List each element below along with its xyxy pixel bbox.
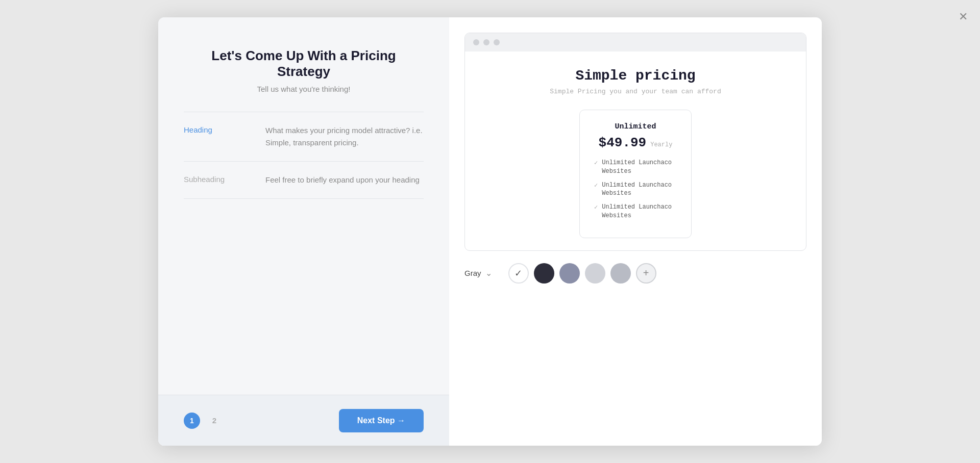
left-footer: 1 2 Next Step → (158, 395, 449, 446)
preview-heading: Simple pricing (575, 68, 695, 84)
left-panel: Let's Come Up With a Pricing Strategy Te… (158, 17, 449, 446)
titlebar-dot-2 (483, 39, 489, 45)
plan-feature-3: ✓ Unlimited Launchaco Websites (594, 203, 677, 220)
pricing-card: Unlimited $49.99 Yearly ✓ Unlimited Laun… (579, 110, 692, 238)
heading-label[interactable]: Heading (184, 124, 265, 134)
color-swatches: ✓ + (508, 263, 656, 284)
swatch-dark[interactable] (534, 263, 554, 284)
feature-check-1: ✓ (594, 159, 598, 168)
plan-price: $49.99 (599, 135, 647, 150)
close-button[interactable]: ✕ (959, 10, 968, 23)
palette-section: Gray ⌄ ✓ + (464, 263, 806, 284)
feature-check-3: ✓ (594, 203, 598, 212)
subheading-description: Feel free to briefly expand upon your he… (265, 174, 420, 186)
selected-color-label: Gray (464, 269, 481, 277)
step-indicators: 1 2 (184, 413, 223, 429)
preview-window: Simple pricing Simple Pricing you and yo… (464, 33, 806, 251)
subheading-label[interactable]: Subheading (184, 174, 265, 184)
plan-feature-2: ✓ Unlimited Launchaco Websites (594, 181, 677, 198)
subheading-field-row: Subheading Feel free to briefly expand u… (184, 161, 424, 199)
left-content: Let's Come Up With a Pricing Strategy Te… (158, 17, 449, 395)
preview-titlebar (465, 33, 806, 52)
swatch-medium[interactable] (559, 263, 580, 284)
color-dropdown[interactable]: Gray ⌄ (464, 268, 492, 278)
next-step-button[interactable]: Next Step → (339, 409, 424, 432)
plan-period: Yearly (650, 141, 672, 148)
plan-price-row: $49.99 Yearly (594, 135, 677, 150)
swatch-checkmark[interactable]: ✓ (508, 263, 529, 284)
modal-overlay: ✕ Let's Come Up With a Pricing Strategy … (0, 0, 980, 463)
titlebar-dot-1 (473, 39, 479, 45)
swatch-light2[interactable] (610, 263, 631, 284)
plan-feature-1: ✓ Unlimited Launchaco Websites (594, 159, 677, 176)
chevron-down-icon: ⌄ (485, 268, 492, 278)
preview-subheading: Simple Pricing you and your team can aff… (550, 88, 721, 95)
preview-body: Simple pricing Simple Pricing you and yo… (465, 52, 806, 250)
heading-description: What makes your pricing model attractive… (265, 124, 424, 149)
page-title: Let's Come Up With a Pricing Strategy (184, 48, 424, 80)
feature-check-2: ✓ (594, 182, 598, 190)
swatch-add-button[interactable]: + (636, 263, 656, 284)
titlebar-dot-3 (494, 39, 500, 45)
plan-name: Unlimited (594, 122, 677, 131)
swatch-light1[interactable] (585, 263, 605, 284)
step-1-indicator: 1 (184, 413, 200, 429)
right-panel: Simple pricing Simple Pricing you and yo… (449, 17, 822, 446)
step-2-indicator: 2 (206, 413, 223, 429)
modal: Let's Come Up With a Pricing Strategy Te… (158, 17, 822, 446)
page-subtitle: Tell us what you're thinking! (184, 85, 424, 93)
heading-field-row: Heading What makes your pricing model at… (184, 112, 424, 161)
